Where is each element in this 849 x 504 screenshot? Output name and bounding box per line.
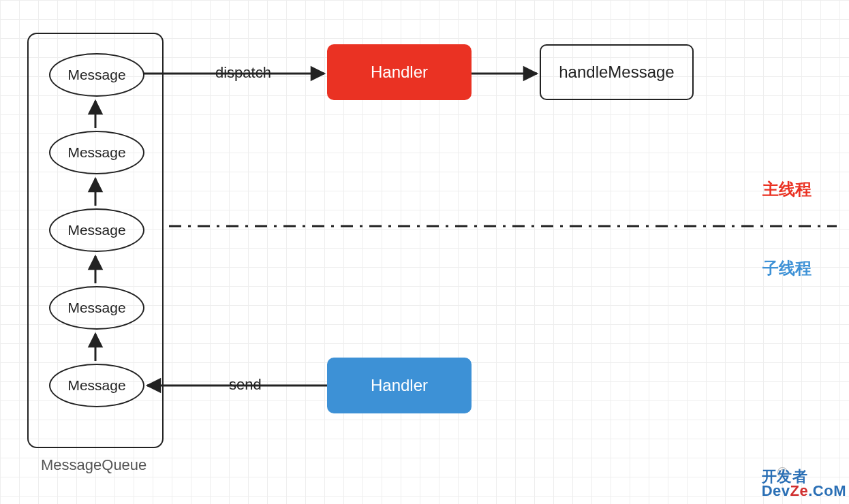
watermark-line2a: Dev bbox=[762, 482, 790, 499]
message-node-5: Message bbox=[49, 364, 144, 407]
handler-main-thread: Handler bbox=[327, 44, 472, 100]
watermark-line2c: .CoM bbox=[808, 482, 846, 499]
main-thread-label: 主线程 bbox=[762, 178, 812, 200]
message-node-label: Message bbox=[67, 222, 125, 238]
diagram-canvas: Message Message Message Message Message … bbox=[0, 0, 849, 504]
site-watermark: 开发者 DevZe.CoM bbox=[762, 470, 846, 499]
handle-message-label: handleMessage bbox=[559, 63, 674, 82]
message-node-label: Message bbox=[67, 300, 125, 316]
handle-message-box: handleMessage bbox=[540, 44, 694, 100]
message-node-label: Message bbox=[67, 144, 125, 161]
message-node-4: Message bbox=[49, 286, 144, 330]
message-node-label: Message bbox=[67, 377, 125, 394]
edge-label-dispatch: dispatch bbox=[215, 64, 271, 82]
handler-child-thread: Handler bbox=[327, 358, 472, 413]
edge-label-send: send bbox=[229, 376, 262, 394]
watermark-line2b: Ze bbox=[790, 482, 809, 499]
message-queue-label: MessageQueue bbox=[41, 456, 146, 474]
child-thread-label: 子线程 bbox=[762, 257, 812, 279]
message-queue-box: Message Message Message Message Message bbox=[27, 33, 164, 448]
handler-main-label: Handler bbox=[371, 63, 428, 82]
message-node-1: Message bbox=[49, 53, 144, 97]
handler-child-label: Handler bbox=[371, 376, 428, 395]
message-node-2: Message bbox=[49, 131, 144, 174]
message-node-3: Message bbox=[49, 208, 144, 252]
message-node-label: Message bbox=[67, 67, 125, 83]
